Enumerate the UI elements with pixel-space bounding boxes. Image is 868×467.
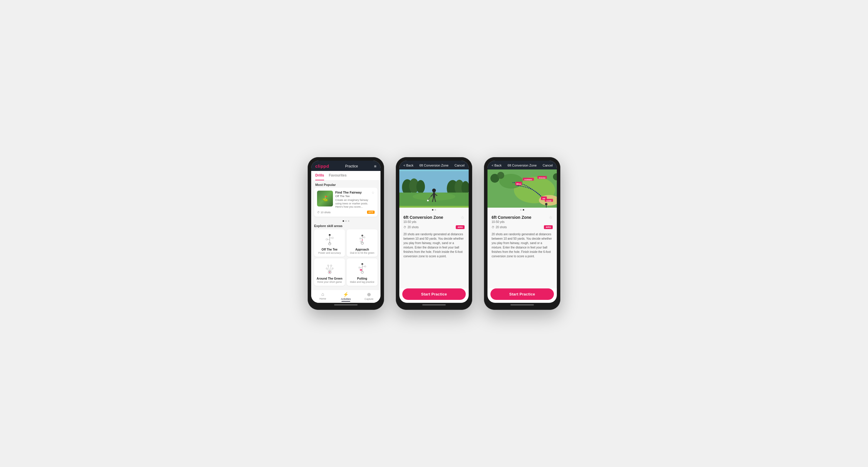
tab-favourites[interactable]: Favourites [329,171,347,180]
star-icon[interactable]: ☆ [371,191,375,195]
dot-1 [343,220,344,222]
clock-icon: ⏱ [317,211,320,214]
golf-thumb-image: ⛳ [317,191,333,206]
carousel-dots [311,219,380,223]
svg-rect-46 [433,192,435,198]
nav-capture-label: Capture [365,298,373,300]
detail-star-3[interactable]: ☆ [549,215,553,220]
detail-yds-2: 10-50 yds [403,220,465,224]
practice-title: Practice [345,164,358,168]
home-indicator-2 [422,304,446,305]
cancel-button-3[interactable]: Cancel [543,164,553,167]
clippd-logo: clippd [315,164,329,169]
detail-yds-3: 10-50 yds [492,220,553,224]
drill-thumbnail: ⛳ [317,191,333,206]
approach-desc: Dial-in to hit the green [350,252,374,254]
detail-drill-title-2: 6ft Conversion Zone [403,215,465,220]
putting-desc: Make and lag practice [350,280,374,283]
drill-info: Find The Fairway Off The Tee Create an i… [335,191,375,209]
arg-desc: Hone your short game [317,280,342,283]
svg-text:ROUGH: ROUGH [539,177,546,179]
approach-icon-area [355,232,370,247]
detail-drill-title-3: 6ft Conversion Zone [492,215,553,220]
detail-star-2[interactable]: ☆ [461,215,465,220]
phone-2-header-title: 6ft Conversion Zone [419,164,448,167]
detail-shots-3: ⏱ 20 shots [492,226,507,229]
phone-2-content: ☆ 6ft Conversion Zone 10-50 yds ⏱ 20 sho… [399,212,469,289]
activities-icon: ⚡ [343,292,349,297]
drill-shots: ⏱ 10 shots [317,211,331,214]
home-icon: ⌂ [321,292,324,297]
explore-label: Explore skill areas [314,224,378,228]
cancel-button-2[interactable]: Cancel [455,164,465,167]
phone-3-header: < Back 6ft Conversion Zone Cancel [488,161,557,169]
skill-areas-section: Explore skill areas [311,223,380,286]
drill-subtitle: Off The Tee [335,194,375,198]
svg-point-65 [545,203,548,205]
detail-body-2: ☆ 6ft Conversion Zone 10-50 yds ⏱ 20 sho… [399,212,469,261]
bottom-nav: ⌂ Home ⚡ Activities ⊕ Capture [311,290,380,303]
svg-text:Miss: Miss [516,183,521,185]
skill-card-approach[interactable]: Approach Dial-in to hit the green [347,229,378,257]
nav-home[interactable]: ⌂ Home [311,290,334,303]
dot-2 [345,220,347,222]
menu-icon[interactable]: ≡ [374,164,376,169]
course-map: Hit Miss FAIRWAY ROUGH SAND [488,169,557,208]
tab-drills[interactable]: Drills [315,171,324,180]
detail-desc-2: 20 shots are randomly generated at dista… [403,232,465,259]
putting-icon-area [355,261,370,276]
svg-point-39 [416,180,425,193]
phones-container: clippd Practice ≡ Drills Favourites Most… [308,157,560,310]
home-indicator-3 [510,304,534,305]
featured-drill-card[interactable]: ☆ ⛳ Find The Fairway Off The Tee Create … [314,188,378,217]
svg-text:SAND: SAND [546,200,552,202]
skill-card-arg[interactable]: Around The Green Hone your short game [314,259,345,286]
phone-3-screen: < Back 6ft Conversion Zone Cancel [488,161,557,303]
dot-3 [348,220,349,222]
shots-count-2: 20 shots [408,226,419,229]
clock-icon-2: ⏱ [403,226,406,229]
start-practice-btn-3[interactable]: Start Practice [490,289,554,300]
svg-point-58 [497,172,504,179]
ott-icon [322,232,337,247]
arg-icon-area [322,261,337,276]
nav-activities-label: Activities [341,298,351,300]
ott-desc: Power and accuracy [318,252,341,254]
nav-activities[interactable]: ⚡ Activities [334,290,358,303]
putting-icon [355,261,370,276]
back-button-3[interactable]: < Back [492,164,502,167]
nav-capture[interactable]: ⊕ Capture [357,290,380,303]
phone-3: < Back 6ft Conversion Zone Cancel [484,157,560,310]
capture-icon: ⊕ [367,292,371,297]
golfer-svg [399,169,469,208]
skill-card-putting[interactable]: Putting Make and lag practice [347,259,378,286]
image-dots-3 [488,208,557,212]
phone-2: < Back 6ft Conversion Zone Cancel [396,157,472,310]
image-dots-2 [399,208,469,212]
back-button-2[interactable]: < Back [403,164,413,167]
drill-title: Find The Fairway [335,191,375,194]
detail-desc-3: 20 shots are randomly generated at dista… [492,232,553,259]
golfer-photo [399,169,469,208]
detail-meta-row-2: ⏱ 20 shots ARG [403,225,465,229]
drill-tag: OTT [367,210,375,214]
ott-label: Off The Tee [321,248,337,251]
phone-3-header-title: 6ft Conversion Zone [507,164,536,167]
shots-count: 10 shots [320,211,331,214]
drill-meta: ⏱ 10 shots OTT [317,210,375,214]
clock-icon-3: ⏱ [492,226,495,229]
dot-2-1 [432,209,433,210]
start-practice-btn-2[interactable]: Start Practice [402,289,466,300]
skill-card-ott[interactable]: Off The Tee Power and accuracy [314,229,345,257]
shots-count-3: 20 shots [496,226,507,229]
most-popular-label: Most Popular [311,180,380,188]
nav-underline [341,301,350,302]
approach-icon [355,232,370,247]
dot-3-2 [523,209,524,210]
drill-description: Create an imaginary fairway using trees … [335,199,375,209]
ott-icon-area [322,232,337,247]
detail-meta-row-3: ⏱ 20 shots ARG [492,225,553,229]
nav-home-label: Home [319,297,326,300]
phone-1: clippd Practice ≡ Drills Favourites Most… [308,157,384,310]
phone-1-content: Most Popular ☆ ⛳ Find The Fairway Off Th… [311,180,380,290]
